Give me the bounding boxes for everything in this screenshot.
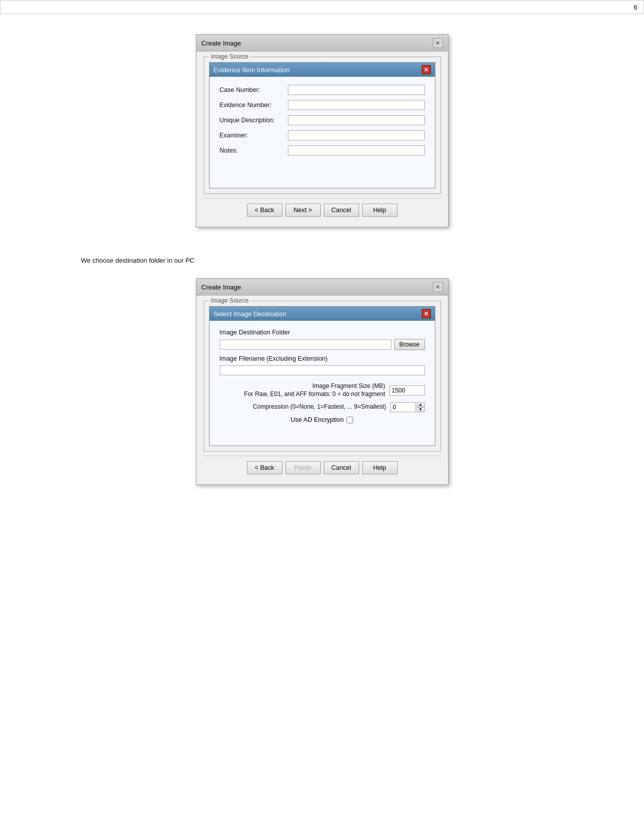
spinner-up-icon: ▲ [419,403,423,407]
dialog2-image-source-group: Image Source Select Image Destination ✕ … [204,301,441,452]
filename-label: Image Filename (Excluding Extension) [220,355,425,362]
compression-label: Compression (0=None, 1=Fastest, ... 9=Sm… [220,403,390,411]
dialog2-back-button[interactable]: < Back [247,461,282,474]
evidence-titlebar: Evidence Item Information ✕ [210,63,435,77]
notes-input[interactable] [288,145,425,156]
examiner-row: Examiner: [220,130,425,140]
close-icon: ✕ [435,40,440,46]
create-image-dialog-1: Create Image ✕ Image Source Evidence Ite… [196,34,449,227]
compression-input[interactable] [390,402,416,412]
spinner-down-button[interactable]: ▼ [417,407,425,412]
evidence-title: Evidence Item Information [214,66,290,74]
dialog1-image-source-label: Image Source [209,53,251,60]
dialog1-next-button[interactable]: Next > [285,204,321,217]
unique-desc-row: Unique Description: [220,115,425,125]
select-dest-close-button[interactable]: ✕ [422,309,431,318]
dialog2-wrapper: Create Image ✕ Image Source Select Image… [30,278,614,485]
dialog1-wrapper: Create Image ✕ Image Source Evidence Ite… [30,34,614,227]
close-icon-inner: ✕ [424,67,428,73]
inner-spacer-2 [220,428,425,438]
close-icon-inner-2: ✕ [424,311,428,317]
dest-folder-label: Image Destination Folder [220,329,425,336]
dialog2-close-button[interactable]: ✕ [433,282,443,292]
dialog1-image-source-group: Image Source Evidence Item Information ✕ [204,57,441,194]
case-number-input[interactable] [288,85,425,95]
notes-row: Notes: [220,145,425,156]
dialog2-body: Image Source Select Image Destination ✕ … [196,296,448,484]
filename-input[interactable] [220,365,425,375]
evidence-body: Case Number: Evidence Number: Unique Des… [210,77,435,188]
encryption-checkbox[interactable] [346,417,353,423]
dialog1-cancel-button[interactable]: Cancel [324,204,359,217]
dialog1-close-button[interactable]: ✕ [433,38,443,48]
dest-folder-input[interactable] [220,339,391,350]
caption1: We choose destination folder in our PC [81,257,194,264]
evidence-item-dialog: Evidence Item Information ✕ Case Number: [209,62,435,188]
evidence-number-input[interactable] [288,100,425,110]
fragment-size-input[interactable] [389,385,425,396]
evidence-number-row: Evidence Number: [220,100,425,110]
evidence-close-button[interactable]: ✕ [422,65,431,74]
dialog2-title: Create Image [202,283,241,291]
dialog1-title: Create Image [202,39,241,47]
close-icon-2: ✕ [435,284,440,290]
dialog2-cancel-button[interactable]: Cancel [324,461,359,474]
case-number-label: Case Number: [220,86,288,93]
encryption-label: Use AD Encryption [291,416,344,423]
fragment-size-row: Image Fragment Size (MB)For Raw, E01, an… [220,382,425,398]
dialog2-help-button[interactable]: Help [362,461,398,474]
inner-spacer-1 [220,161,425,181]
select-dest-dialog: Select Image Destination ✕ Image Destina… [209,306,435,446]
dialog2-finish-button[interactable]: Finish [285,461,321,474]
dialog2-titlebar: Create Image ✕ [196,279,448,296]
dest-folder-row: Browse [220,339,425,350]
dialog1-body: Image Source Evidence Item Information ✕ [196,52,448,227]
unique-desc-input[interactable] [288,115,425,125]
evidence-number-label: Evidence Number: [220,102,288,109]
browse-button[interactable]: Browse [394,339,425,350]
unique-desc-label: Unique Description: [220,117,288,124]
dialog1-back-button[interactable]: < Back [247,204,282,217]
compression-row: Compression (0=None, 1=Fastest, ... 9=Sm… [220,402,425,412]
dialog1-help-button[interactable]: Help [362,204,398,217]
spinner-up-button[interactable]: ▲ [417,402,425,407]
select-dest-title: Select Image Destination [214,310,287,318]
dialog2-button-row: < Back Finish Cancel Help [204,456,441,477]
page-number: 6 [634,4,637,11]
dialog2-image-source-label: Image Source [209,297,251,304]
dialog1-button-row: < Back Next > Cancel Help [204,198,441,220]
fragment-size-label: Image Fragment Size (MB)For Raw, E01, an… [220,382,389,398]
create-image-dialog-2: Create Image ✕ Image Source Select Image… [196,278,449,485]
spinner-down-icon: ▼ [419,408,423,412]
top-bar: 6 [0,0,644,14]
notes-label: Notes: [220,147,288,154]
compression-spinner: ▲ ▼ [417,402,425,412]
examiner-label: Examiner: [220,132,288,139]
encryption-row: Use AD Encryption [220,416,425,423]
page-content: Create Image ✕ Image Source Evidence Ite… [0,14,644,525]
examiner-input[interactable] [288,130,425,140]
select-dest-titlebar: Select Image Destination ✕ [210,307,435,321]
select-dest-body: Image Destination Folder Browse Image Fi… [210,321,435,446]
dialog1-titlebar: Create Image ✕ [196,35,448,52]
case-number-row: Case Number: [220,85,425,95]
